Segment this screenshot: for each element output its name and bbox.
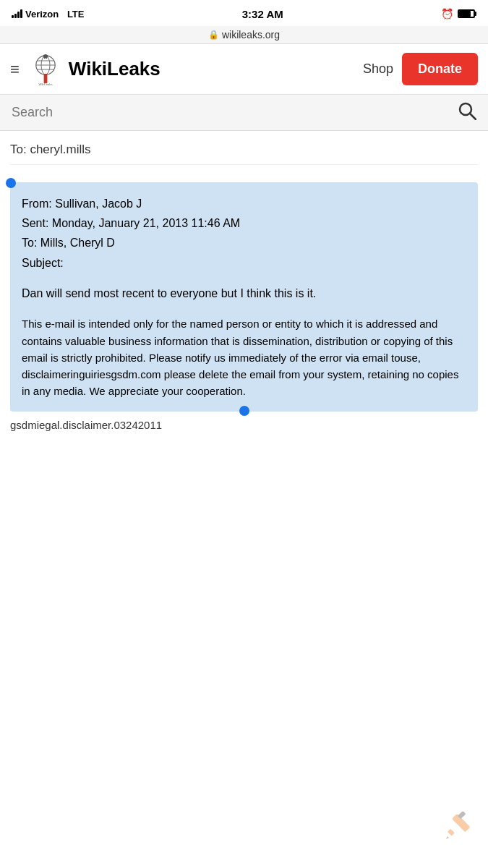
nav-bar: ≡ WikiLeaks WikiLeaks Shop Donate xyxy=(0,44,488,95)
logo-container: WikiLeaks WikiLeaks xyxy=(28,52,363,87)
email-block: From: Sullivan, Jacob J Sent: Monday, Ja… xyxy=(10,182,478,412)
search-icon xyxy=(458,101,476,120)
donate-button[interactable]: Donate xyxy=(402,53,478,85)
signal-bar-3 xyxy=(17,12,20,18)
signal-bar-2 xyxy=(14,14,17,18)
email-disclaimer: This e-mail is intended only for the nam… xyxy=(22,315,466,399)
signal-bar-1 xyxy=(12,15,14,18)
svg-rect-9 xyxy=(448,829,455,836)
selection-handle-top xyxy=(6,178,16,188)
network-type: LTE xyxy=(67,9,85,20)
status-time: 3:32 AM xyxy=(242,8,283,20)
alarm-icon: ⏰ xyxy=(441,8,453,20)
svg-marker-11 xyxy=(446,836,449,839)
to-line: To: cheryl.mills xyxy=(10,131,478,165)
hamburger-menu-icon[interactable]: ≡ xyxy=(10,60,20,79)
email-thread: From: Sullivan, Jacob J Sent: Monday, Ja… xyxy=(10,165,478,446)
lock-icon: 🔒 xyxy=(208,30,219,40)
page-content: To: cheryl.mills From: Sullivan, Jacob J… xyxy=(0,131,488,446)
email-body-paragraph-1: Dan will send most recent to everyone bu… xyxy=(22,284,466,303)
signal-bars xyxy=(12,9,22,18)
status-bar: Verizon LTE 3:32 AM ⏰ xyxy=(0,0,488,26)
email-sent: Sent: Monday, January 21, 2013 11:46 AM xyxy=(22,213,466,233)
email-subject: Subject: xyxy=(22,253,466,273)
status-right-icons: ⏰ xyxy=(441,8,476,20)
carrier-name: Verizon xyxy=(25,9,59,20)
search-input[interactable] xyxy=(12,105,458,120)
wikileaks-logo-icon: WikiLeaks xyxy=(28,52,63,87)
pencil-icon xyxy=(442,812,474,843)
shop-link[interactable]: Shop xyxy=(363,61,393,77)
email-to: To: Mills, Cheryl D xyxy=(22,233,466,252)
url-text: wikileaks.org xyxy=(222,29,280,41)
site-name: WikiLeaks xyxy=(69,58,160,80)
svg-rect-5 xyxy=(43,74,47,83)
carrier-info: Verizon LTE xyxy=(12,9,84,20)
nav-actions: Shop Donate xyxy=(363,53,478,85)
svg-text:WikiLeaks: WikiLeaks xyxy=(38,82,52,86)
email-body: Dan will send most recent to everyone bu… xyxy=(22,284,466,400)
signal-bar-4 xyxy=(20,9,22,18)
edit-icon-container xyxy=(442,812,474,846)
email-from: From: Sullivan, Jacob J xyxy=(22,194,466,213)
search-bar xyxy=(0,95,488,131)
battery-indicator xyxy=(458,9,476,18)
svg-line-8 xyxy=(470,114,476,119)
battery-body xyxy=(458,9,475,18)
battery-fill xyxy=(459,11,471,17)
email-header: From: Sullivan, Jacob J Sent: Monday, Ja… xyxy=(22,194,466,273)
url-bar[interactable]: 🔒 wikileaks.org xyxy=(0,26,488,44)
search-icon-button[interactable] xyxy=(458,101,476,124)
selection-handle-bottom xyxy=(239,406,249,416)
